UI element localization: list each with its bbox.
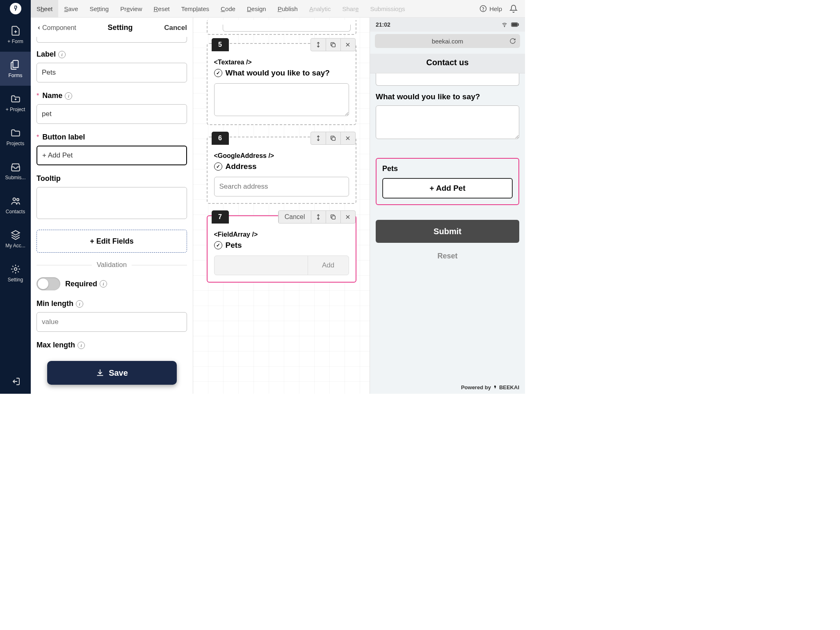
move-icon[interactable] xyxy=(311,39,326,51)
menu-submissions[interactable]: Submissions xyxy=(364,0,411,17)
field-label: Min length xyxy=(37,299,73,308)
svg-point-8 xyxy=(504,26,504,27)
logo[interactable] xyxy=(0,0,31,18)
check-icon: ✓ xyxy=(214,162,222,171)
footer-prefix: Powered by xyxy=(461,384,491,390)
menu-publish[interactable]: Publish xyxy=(272,0,304,17)
svg-rect-6 xyxy=(332,137,335,140)
component-card-6[interactable]: 6 <GoogleAddress /> ✓Address xyxy=(207,137,356,204)
chevron-left-icon xyxy=(37,25,41,30)
label-input[interactable] xyxy=(37,63,187,82)
info-icon[interactable]: i xyxy=(100,280,107,288)
preview-panel: 21:02 beekai.com Contact us What would y… xyxy=(370,18,525,394)
left-sidebar: + Form Forms + Project Projects Submis..… xyxy=(0,18,31,394)
help-label: Help xyxy=(489,5,502,12)
folder-plus-icon xyxy=(10,94,21,104)
copy-icon[interactable] xyxy=(326,39,340,51)
sidebar-account[interactable]: My Acc... xyxy=(0,222,31,256)
url-bar[interactable]: beekai.com xyxy=(375,34,520,48)
help-button[interactable]: Help xyxy=(479,5,502,12)
sidebar-forms[interactable]: Forms xyxy=(0,52,31,86)
reset-button[interactable]: Reset xyxy=(376,252,519,260)
copy-icon[interactable] xyxy=(326,132,340,144)
preview-textarea[interactable] xyxy=(376,105,519,139)
battery-icon xyxy=(511,22,519,27)
sidebar-setting[interactable]: Setting xyxy=(0,256,31,290)
fieldarray-add-button[interactable]: Add xyxy=(308,256,349,275)
address-input[interactable] xyxy=(214,177,349,196)
menu-preview[interactable]: Preview xyxy=(114,0,148,17)
component-toolbar xyxy=(310,132,356,145)
info-icon[interactable]: i xyxy=(78,342,85,349)
info-icon[interactable]: i xyxy=(76,300,83,308)
refresh-icon[interactable] xyxy=(509,38,516,44)
close-icon[interactable] xyxy=(340,132,355,144)
info-icon[interactable]: i xyxy=(58,51,66,58)
component-card-5[interactable]: 5 <Textarea /> ✓What would you like to s… xyxy=(207,43,356,125)
menu-save[interactable]: Save xyxy=(58,0,84,17)
back-button[interactable]: Component xyxy=(37,24,76,32)
top-right: Help xyxy=(479,5,525,13)
copy-icon[interactable] xyxy=(326,211,340,223)
settings-panel: Component Setting Cancel Labeli *Namei *… xyxy=(31,18,193,394)
min-length-input[interactable] xyxy=(37,312,187,332)
menu-share[interactable]: Share xyxy=(336,0,364,17)
sidebar-add-form[interactable]: + Form xyxy=(0,18,31,52)
info-icon[interactable]: i xyxy=(65,92,72,100)
fieldarray-input[interactable] xyxy=(215,256,308,275)
add-pet-button[interactable]: + Add Pet xyxy=(382,178,513,199)
logout-icon xyxy=(11,377,21,386)
svg-point-2 xyxy=(13,198,16,201)
validation-divider: Validation xyxy=(92,261,132,269)
submit-button[interactable]: Submit xyxy=(376,220,519,243)
close-icon[interactable] xyxy=(340,39,355,51)
menu-reset[interactable]: Reset xyxy=(148,0,176,17)
move-icon[interactable] xyxy=(311,132,326,144)
button-label-input[interactable] xyxy=(37,146,187,165)
preview-body: What would you like to say? Pets + Add P… xyxy=(370,73,525,381)
component-tag: <Textarea /> xyxy=(214,59,349,66)
menu-code[interactable]: Code xyxy=(215,0,241,17)
url-text: beekai.com xyxy=(432,38,463,45)
svg-point-3 xyxy=(16,199,18,201)
name-input[interactable] xyxy=(37,104,187,124)
sidebar-add-project[interactable]: + Project xyxy=(0,86,31,120)
bell-icon[interactable] xyxy=(509,5,518,13)
component-textarea[interactable] xyxy=(214,83,349,116)
menu-analytic[interactable]: Analytic xyxy=(304,0,337,17)
settings-title: Setting xyxy=(107,23,132,32)
tooltip-input[interactable] xyxy=(37,187,187,219)
edit-fields-button[interactable]: + Edit Fields xyxy=(37,230,187,253)
component-title: Pets xyxy=(226,241,242,250)
sidebar-contacts[interactable]: Contacts xyxy=(0,188,31,222)
top-left: Sheet Save Setting Preview Reset Templat… xyxy=(0,0,411,17)
component-title: What would you like to say? xyxy=(226,68,330,78)
component-card-7[interactable]: 7 Cancel <FieldArray /> ✓Pets Add xyxy=(207,215,356,283)
sidebar-projects[interactable]: Projects xyxy=(0,120,31,154)
clipped-component xyxy=(207,20,356,35)
svg-rect-7 xyxy=(332,216,335,219)
close-icon[interactable] xyxy=(340,211,355,223)
sidebar-label: + Project xyxy=(6,107,25,112)
field-label: Button label xyxy=(42,133,85,142)
component-toolbar xyxy=(310,38,356,51)
fieldarray-row: Add xyxy=(214,256,349,275)
menu-sheet[interactable]: Sheet xyxy=(31,0,58,17)
menu-setting[interactable]: Setting xyxy=(84,0,114,17)
required-toggle[interactable] xyxy=(37,277,60,290)
sidebar-logout[interactable] xyxy=(0,369,31,394)
field-label: Max length xyxy=(37,341,75,349)
field-label: Tooltip xyxy=(37,174,61,183)
component-number: 5 xyxy=(212,38,229,51)
users-icon xyxy=(10,196,21,206)
save-button[interactable]: Save xyxy=(47,361,177,385)
sidebar-submissions[interactable]: Submis... xyxy=(0,154,31,188)
menu-design[interactable]: Design xyxy=(241,0,272,17)
menu-templates[interactable]: Templates xyxy=(176,0,215,17)
cancel-button[interactable]: Cancel xyxy=(164,24,187,32)
beekai-icon xyxy=(493,385,498,390)
component-cancel[interactable]: Cancel xyxy=(278,211,311,223)
check-icon: ✓ xyxy=(214,69,222,77)
move-icon[interactable] xyxy=(311,211,326,223)
preview-pets-label: Pets xyxy=(382,164,513,173)
